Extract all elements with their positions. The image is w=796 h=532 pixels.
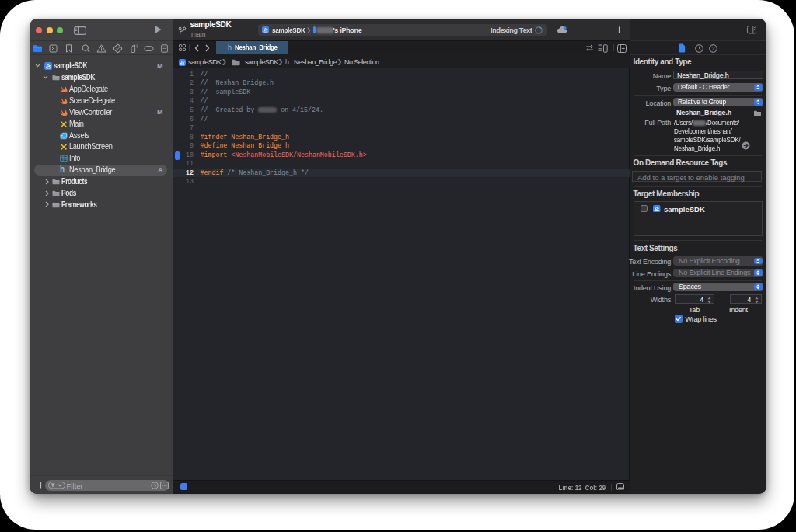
svg-text:?: ? — [712, 46, 715, 51]
